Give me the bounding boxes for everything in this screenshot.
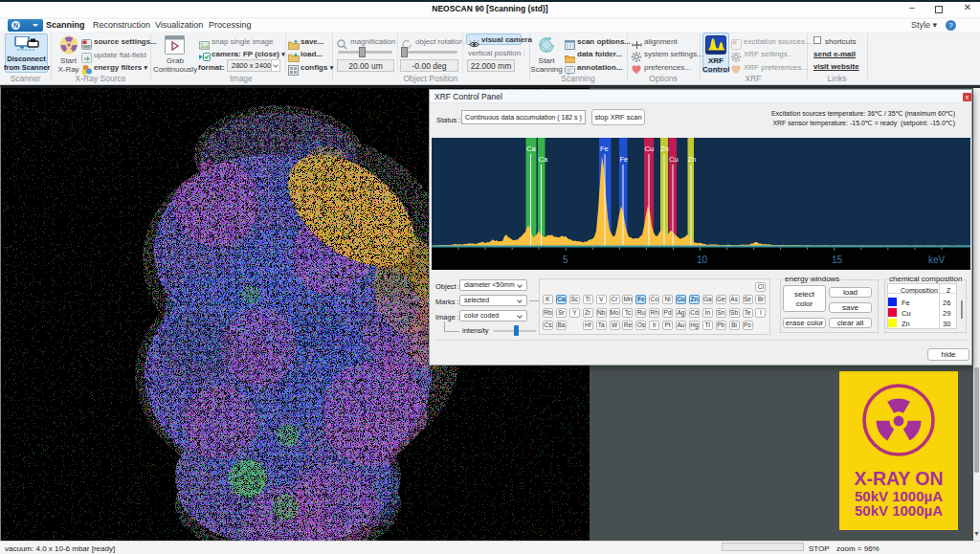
svg-text:Cu: Cu	[645, 144, 655, 153]
svg-text:Ca: Ca	[526, 144, 536, 153]
svg-text:Fe: Fe	[620, 155, 629, 164]
svg-text:keV: keV	[928, 255, 946, 265]
svg-text:15: 15	[832, 255, 843, 265]
svg-text:Zn: Zn	[660, 144, 669, 153]
svg-text:Fe: Fe	[600, 144, 609, 153]
svg-text:Ca: Ca	[539, 155, 548, 164]
svg-text:10: 10	[697, 255, 708, 265]
svg-text:Cu: Cu	[669, 155, 679, 164]
svg-text:Zn: Zn	[688, 155, 697, 164]
svg-text:5: 5	[563, 255, 568, 265]
